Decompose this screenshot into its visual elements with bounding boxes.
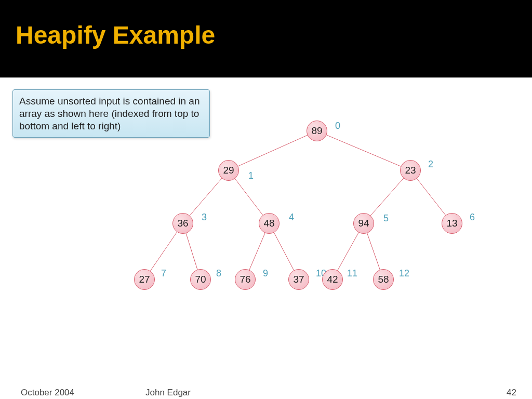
footer-page: 42 <box>507 388 516 398</box>
tree-node: 29 <box>218 160 239 181</box>
tree-node: 23 <box>400 160 421 181</box>
tree-node: 48 <box>259 213 280 234</box>
title-bar: Heapify Example <box>0 0 532 77</box>
tree-node-index: 1 <box>248 170 254 181</box>
tree-node-index: 5 <box>383 213 389 224</box>
heap-tree-diagram: 8902912323634849451362777087693710421158… <box>0 78 532 327</box>
slide-title: Heapify Example <box>16 21 532 49</box>
svg-line-0 <box>229 131 317 170</box>
tree-node: 13 <box>442 213 462 234</box>
tree-node-index: 8 <box>216 268 221 279</box>
tree-node: 70 <box>190 269 211 290</box>
tree-node: 76 <box>235 269 256 290</box>
tree-node: 58 <box>373 269 394 290</box>
footer-date: October 2004 <box>21 388 74 398</box>
tree-node-index: 2 <box>428 159 433 170</box>
tree-node: 89 <box>307 121 327 141</box>
tree-node: 94 <box>353 213 374 234</box>
tree-node-index: 12 <box>399 268 409 279</box>
tree-node-index: 0 <box>335 121 340 131</box>
svg-line-1 <box>317 131 410 170</box>
tree-node: 36 <box>172 213 193 234</box>
tree-node-index: 3 <box>202 212 207 223</box>
tree-node-index: 9 <box>263 268 268 279</box>
tree-node-index: 4 <box>289 212 294 223</box>
tree-node-index: 6 <box>470 212 475 223</box>
footer-author: John Edgar <box>145 388 191 398</box>
tree-node: 42 <box>322 269 343 290</box>
tree-node: 27 <box>134 269 155 290</box>
tree-edges <box>0 78 532 327</box>
tree-node: 37 <box>288 269 309 290</box>
tree-node-index: 11 <box>347 268 357 279</box>
tree-node-index: 7 <box>161 268 166 279</box>
